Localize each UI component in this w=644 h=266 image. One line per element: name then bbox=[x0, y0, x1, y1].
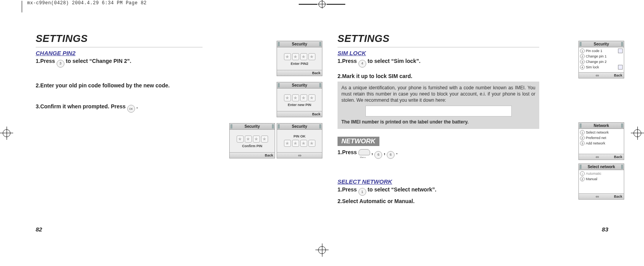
selnet-step-2: 2.Select Automatic or Manual. bbox=[338, 198, 539, 204]
key-3-icon: 3 bbox=[57, 60, 64, 68]
page-left: SETTINGS CHANGE PIN2 1.Press 3 to select… bbox=[20, 23, 322, 234]
crop-info-text: mx-c99en(0428) 2004.4.29 6:34 PM Page 82 bbox=[27, 1, 147, 5]
star-icon: ★ bbox=[284, 53, 291, 60]
list-item: 2Change pin 1 bbox=[580, 54, 623, 59]
sim-step-1: 1.Press 4 to select “Sim lock”. bbox=[338, 58, 539, 68]
key-6-icon: 6 bbox=[387, 151, 395, 159]
list-item: 3Change pin 2 bbox=[580, 59, 623, 64]
key-6-icon: 6 bbox=[374, 151, 382, 159]
list-item: 4Sim lock bbox=[580, 64, 623, 70]
crop-mark bbox=[22, 1, 22, 12]
list-item: 1Pin code 1 bbox=[580, 48, 623, 54]
phone-title: Security bbox=[277, 41, 322, 47]
checkbox-icon bbox=[618, 49, 623, 53]
key-4-icon: 4 bbox=[358, 60, 366, 68]
imei-info-text: As a unique identification, your phone i… bbox=[341, 85, 535, 104]
page-number-right: 83 bbox=[602, 226, 608, 233]
ok-key-icon: OK bbox=[127, 105, 135, 113]
registration-mark-right bbox=[632, 128, 642, 138]
network-label: NETWORK bbox=[338, 137, 379, 146]
subheading-sim-lock: SIM LOCK bbox=[338, 50, 539, 56]
phone-screen-network-menu: Network 1Select network 2Preferred net 3… bbox=[579, 123, 624, 160]
imei-footer: The IMEI number is printed on the label … bbox=[341, 119, 535, 125]
phone-screen-enter-pin2: Security ★★★★ Enter PIN2 Back bbox=[277, 41, 322, 76]
phone-screen-pin-ok: Security PIN OK ★★★★ ⇔ bbox=[277, 123, 322, 158]
list-item: 3Add network bbox=[580, 141, 623, 146]
list-item: 1Select network bbox=[580, 130, 623, 135]
registration-mark-bottom bbox=[317, 245, 327, 255]
section-heading: SETTINGS bbox=[338, 33, 539, 45]
softkey-back: Back bbox=[312, 71, 320, 75]
subheading-select-network: SELECT NETWORK bbox=[338, 178, 539, 185]
imei-write-box bbox=[365, 106, 512, 116]
phone-screen-security-menu: Security 1Pin code 1 2Change pin 1 3Chan… bbox=[579, 41, 624, 78]
subheading-change-pin2: CHANGE PIN2 bbox=[36, 50, 203, 56]
menu-key-icon bbox=[358, 149, 370, 155]
registration-mark-top bbox=[299, 0, 345, 11]
list-item: 1Automatic bbox=[580, 171, 623, 176]
step-1: 1.Press 3 to select “Change PIN 2”. bbox=[36, 58, 203, 68]
step-3: 3.Confirm it when prompted. Press OK . bbox=[36, 103, 203, 113]
list-item: 2Preferred net bbox=[580, 135, 623, 141]
checkbox-icon bbox=[618, 65, 623, 70]
key-1-icon: 1 bbox=[358, 188, 366, 196]
sim-step-2: 2.Mark it up to lock SIM card. bbox=[338, 73, 539, 79]
phone-screen-select-network-menu: Select network 1Automatic 2Manual ⇔Back bbox=[579, 164, 624, 199]
section-heading: SETTINGS bbox=[36, 33, 203, 45]
phone-screen-enter-new-pin: Security ★★★★ Enter new PIN Back bbox=[277, 82, 322, 117]
page-number-left: 82 bbox=[36, 226, 42, 233]
registration-mark-left bbox=[2, 128, 12, 138]
list-item: 2Manual bbox=[580, 176, 623, 182]
phone-caption: Enter PIN2 bbox=[291, 62, 308, 66]
nav-icon: ⇔ bbox=[279, 153, 320, 158]
phone-screen-confirm-pin: Security ★★★★ Confirm PIN Back bbox=[230, 123, 275, 158]
network-step-1: 1.Press , 6 , 6 . bbox=[338, 149, 539, 159]
page-right: SETTINGS SIM LOCK 1.Press 4 to select “S… bbox=[322, 23, 624, 234]
selnet-step-1: 1.Press 1 to select “Select network”. bbox=[338, 186, 539, 196]
step-2: 2.Enter your old pin code followed by th… bbox=[36, 82, 203, 89]
imei-info-box: As a unique identification, your phone i… bbox=[338, 82, 539, 129]
